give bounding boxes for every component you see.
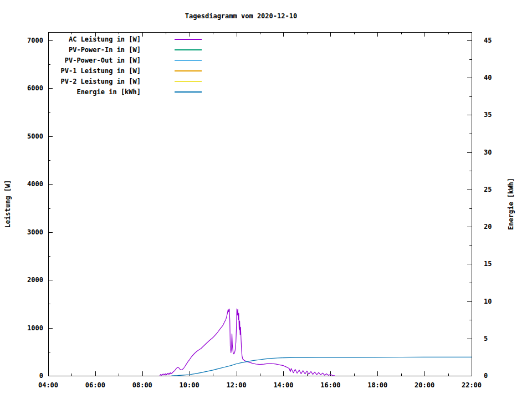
- legend-color-swatch: [175, 81, 202, 82]
- y-left-tick-label: 7000: [4, 36, 43, 45]
- y-left-tick-label: 4000: [4, 180, 43, 188]
- y-left-tick-label: 2000: [4, 275, 43, 284]
- legend-color-swatch: [175, 49, 202, 50]
- y-left-tick-label: 3000: [4, 228, 43, 237]
- series-line: [160, 309, 335, 376]
- x-tick-label: 12:00: [224, 381, 249, 390]
- x-tick-label: 22:00: [459, 381, 484, 390]
- x-tick-label: 14:00: [271, 381, 295, 390]
- legend-color-swatch: [175, 70, 202, 71]
- y-right-tick-label: 5: [484, 334, 506, 343]
- y-right-tick-label: 15: [484, 259, 506, 268]
- legend-label: PV-1 Leistung in [W]: [49, 66, 141, 75]
- x-tick-label: 06:00: [83, 381, 108, 390]
- y-left-tick-label: 1000: [4, 324, 43, 332]
- y-right-tick-label: 0: [484, 371, 506, 380]
- legend-label: PV-2 Leistung in [W]: [49, 77, 141, 86]
- y-right-tick-label: 35: [484, 110, 506, 119]
- x-tick-label: 16:00: [318, 381, 342, 390]
- legend-label: AC Leistung in [W]: [49, 35, 141, 44]
- legend-color-swatch: [175, 60, 202, 61]
- y-left-tick-label: 5000: [4, 132, 43, 141]
- x-tick-label: 08:00: [130, 381, 155, 390]
- x-tick-label: 10:00: [177, 381, 202, 390]
- y-left-tick-label: 0: [4, 371, 43, 380]
- legend-label: Energie in [kWh]: [49, 88, 141, 96]
- series-line: [172, 357, 472, 376]
- legend-label: PV-Power-Out in [W]: [49, 56, 141, 65]
- legend-color-swatch: [175, 91, 202, 93]
- x-tick-label: 20:00: [412, 381, 437, 390]
- x-tick-label: 18:00: [365, 381, 390, 390]
- y-right-tick-label: 25: [484, 185, 506, 194]
- y-right-tick-label: 45: [484, 36, 506, 45]
- legend-label: PV-Power-In in [W]: [49, 45, 141, 54]
- chart-page: Tagesdiagramm vom 2020-12-10 Leistung [W…: [0, 0, 532, 399]
- y-right-tick-label: 10: [484, 297, 506, 306]
- legend-color-swatch: [175, 39, 202, 40]
- y-right-tick-label: 30: [484, 148, 506, 157]
- y-right-tick-label: 40: [484, 73, 506, 82]
- x-tick-label: 04:00: [36, 381, 60, 390]
- y-left-tick-label: 6000: [4, 84, 43, 93]
- y-right-tick-label: 20: [484, 222, 506, 231]
